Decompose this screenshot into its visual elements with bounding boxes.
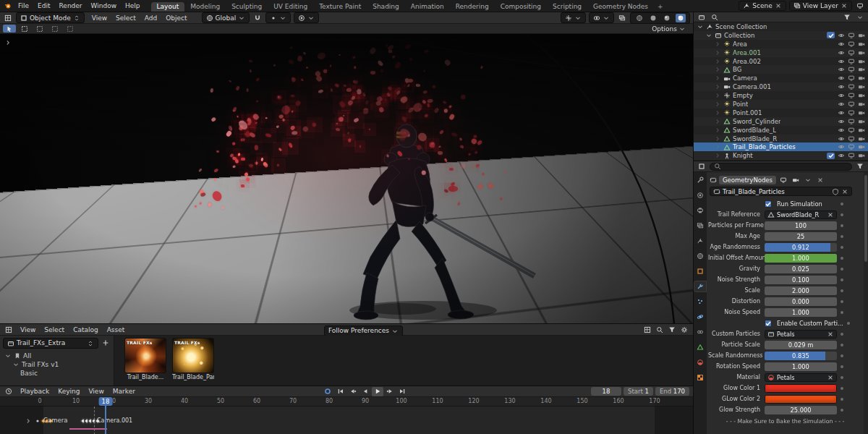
decorator-dot[interactable] [841, 333, 843, 336]
age-randomness-slider[interactable]: 0.912 [765, 243, 837, 252]
filter-chevron-icon[interactable] [855, 13, 865, 22]
auto-keying-toggle[interactable] [323, 387, 333, 396]
noise-strength-field[interactable]: 0.100 [765, 276, 837, 284]
hide-viewport-toggle[interactable] [837, 41, 846, 48]
asset-menu-select[interactable]: Select [40, 326, 69, 334]
disable-viewports-toggle[interactable] [847, 101, 856, 108]
asset-menu-view[interactable]: View [16, 326, 40, 334]
catalog-trail-fxs-v1[interactable]: Trail FXs v1 [3, 360, 111, 369]
collection-checkbox[interactable] [827, 153, 835, 159]
viewport-menu-object[interactable]: Object [161, 14, 191, 22]
decorator-dot[interactable] [841, 365, 843, 368]
outliner-item-camera[interactable]: Camera [694, 74, 868, 82]
timeline-menu-marker[interactable]: Marker [109, 387, 140, 396]
disable-viewports-toggle[interactable] [847, 66, 856, 73]
options-button[interactable]: Options [647, 24, 690, 33]
custom-particles-selector[interactable]: Petals [765, 330, 837, 339]
shading-rendered-button[interactable] [676, 14, 686, 22]
timeline-body[interactable]: 0102030405060708090100110120130140150160… [0, 397, 693, 434]
search-icon[interactable] [655, 326, 665, 334]
workspace-tab-sculpting[interactable]: Sculpting [226, 2, 268, 12]
disable-render-toggle[interactable] [857, 58, 866, 65]
properties-tab-object[interactable] [694, 266, 706, 276]
workspace-tab-scripting[interactable]: Scripting [547, 2, 587, 12]
timeline-menu-view[interactable]: View [84, 387, 108, 396]
modifier-pill[interactable]: GeometryNodes [719, 176, 776, 184]
rotation-speed-field[interactable]: 1.000 [765, 362, 837, 371]
snap-toggle[interactable] [252, 14, 263, 22]
remove-modifier-icon[interactable] [815, 176, 825, 184]
search-icon[interactable] [710, 13, 720, 22]
decorator-dot[interactable] [841, 235, 843, 238]
jump-end-button[interactable] [396, 387, 408, 396]
decorator-dot[interactable] [841, 376, 843, 379]
disable-render-toggle[interactable] [857, 127, 866, 134]
disable-render-toggle[interactable] [857, 75, 866, 82]
decorator-dot[interactable] [841, 311, 843, 314]
workspace-tab-shading[interactable]: Shading [367, 2, 405, 12]
disable-render-toggle[interactable] [857, 109, 866, 116]
outliner-item-area-002[interactable]: Area.002 [694, 57, 868, 66]
editor-type-button[interactable] [4, 387, 14, 396]
hide-viewport-toggle[interactable] [837, 127, 846, 134]
screen-layout-icon[interactable] [855, 1, 865, 10]
end-frame-field[interactable]: End 170 [655, 387, 689, 396]
disable-render-toggle[interactable] [857, 143, 866, 150]
material-selector[interactable]: Petals [765, 373, 837, 382]
outliner-item-area-001[interactable]: Area.001 [694, 48, 868, 57]
properties-tab-particles[interactable] [694, 297, 706, 307]
hide-viewport-toggle[interactable] [837, 75, 846, 82]
timeline-menu-keying[interactable]: Keying [54, 387, 84, 396]
toolbar-expand-icon[interactable] [4, 38, 12, 46]
xray-toggle[interactable] [617, 14, 627, 22]
workspace-tab-geometry-nodes[interactable]: Geometry Nodes [587, 2, 654, 12]
outliner-item-area[interactable]: Area [694, 40, 868, 48]
outliner-item-swordblade-r[interactable]: SwordBlade_R [694, 135, 868, 143]
menu-help[interactable]: Help [121, 1, 145, 10]
show-viewport-toggle[interactable] [778, 176, 788, 184]
workspace-tab-modeling[interactable]: Modeling [184, 2, 226, 12]
shading-material-preview-button[interactable] [662, 14, 672, 22]
editor-type-button[interactable] [3, 14, 13, 22]
properties-tab-modifiers[interactable] [694, 281, 706, 292]
workspace-tab-compositing[interactable]: Compositing [495, 2, 547, 12]
marker-line[interactable] [94, 407, 95, 434]
disable-render-toggle[interactable] [857, 83, 866, 90]
menu-edit[interactable]: Edit [33, 1, 54, 10]
properties-tab-tool[interactable] [694, 175, 706, 185]
hide-viewport-toggle[interactable] [837, 118, 846, 125]
shading-solid-button[interactable] [648, 14, 658, 22]
select-mode-subtract[interactable] [48, 25, 61, 33]
max-age-field[interactable]: 25 [765, 232, 837, 241]
properties-tab-physics[interactable] [694, 312, 706, 322]
decorator-dot[interactable] [841, 257, 843, 260]
hide-viewport-toggle[interactable] [837, 101, 846, 108]
workspace-tab-layout[interactable]: Layout [151, 2, 185, 12]
hide-viewport-toggle[interactable] [837, 109, 846, 116]
viewport-3d[interactable] [0, 34, 693, 323]
decorator-dot[interactable] [841, 268, 843, 271]
asset-menu-asset[interactable]: Asset [103, 326, 129, 334]
scale-field[interactable]: 2.000 [765, 286, 837, 295]
start-frame-field[interactable]: Start 1 [624, 387, 653, 396]
decorator-dot[interactable] [841, 409, 843, 412]
properties-tab-scene[interactable] [694, 236, 706, 246]
outliner-item-swordblade-l[interactable]: SwordBlade_L [694, 126, 868, 135]
hide-viewport-toggle[interactable] [837, 135, 846, 142]
glow-color-2-swatch[interactable] [765, 395, 837, 404]
disable-render-toggle[interactable] [857, 66, 866, 73]
prev-key-button[interactable] [347, 387, 359, 396]
scale-randomness-slider[interactable]: 0.835 [765, 352, 837, 360]
editor-type-button[interactable] [697, 13, 707, 22]
outliner-item-camera-001[interactable]: Camera.001 [694, 82, 868, 91]
decorator-dot[interactable] [841, 300, 843, 303]
gizmo-toggle-group[interactable] [561, 12, 586, 23]
disable-viewports-toggle[interactable] [847, 118, 856, 125]
current-frame-field[interactable]: 18 [591, 387, 621, 396]
select-mode-new[interactable] [18, 25, 31, 33]
menu-file[interactable]: File [14, 1, 33, 10]
disable-render-toggle[interactable] [857, 49, 866, 56]
disable-render-toggle[interactable] [857, 41, 866, 48]
hide-viewport-toggle[interactable] [837, 66, 846, 73]
disable-viewports-toggle[interactable] [847, 58, 856, 65]
